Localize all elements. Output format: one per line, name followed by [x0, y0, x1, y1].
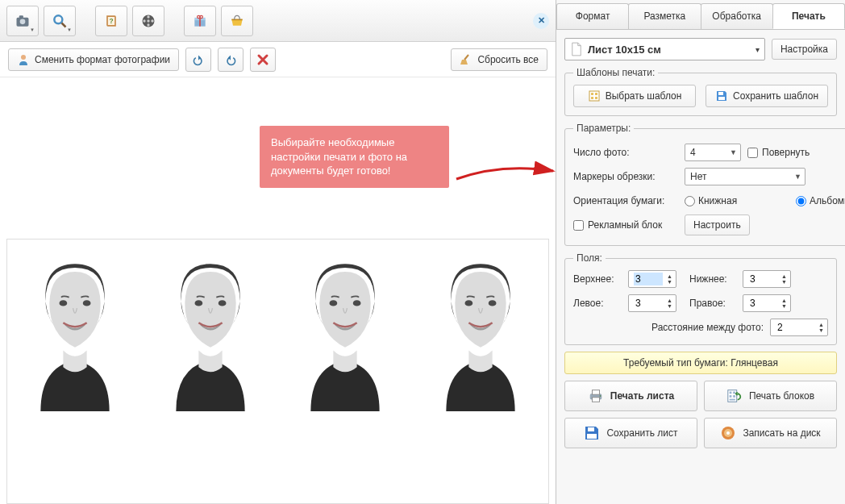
- preview-photo: [150, 254, 271, 411]
- templates-legend: Шаблоны печати:: [573, 67, 658, 78]
- svg-point-27: [330, 300, 338, 306]
- tab-layout[interactable]: Разметка: [628, 3, 701, 29]
- ad-block-checkbox-input[interactable]: [573, 220, 584, 231]
- margin-bottom-label: Нижнее:: [689, 273, 738, 285]
- crop-markers-select[interactable]: Нет ▼: [685, 168, 805, 185]
- rotate-left-button[interactable]: [185, 48, 211, 72]
- preview-photo: [420, 254, 541, 411]
- rotate-checkbox[interactable]: Повернуть: [747, 147, 845, 158]
- chevron-down-icon: ▼: [67, 27, 72, 32]
- toolbar-help-button[interactable]: ?: [95, 6, 127, 36]
- gift-box-icon: [192, 13, 208, 29]
- svg-rect-36: [595, 97, 597, 99]
- book-help-icon: ?: [103, 13, 119, 29]
- disc-icon: [720, 425, 736, 441]
- panel-close-button[interactable]: ✕: [533, 13, 549, 29]
- svg-point-25: [218, 300, 226, 306]
- orientation-landscape-radio[interactable]: Альбомная: [796, 195, 845, 206]
- margin-left-input[interactable]: ▲▼: [628, 294, 676, 312]
- floppy-icon: [584, 425, 600, 441]
- save-icon: [715, 90, 728, 102]
- reset-all-button[interactable]: Сбросить все: [451, 48, 547, 71]
- orientation-portrait-radio[interactable]: Книжная: [685, 195, 789, 206]
- margin-left-label: Левое:: [573, 298, 623, 309]
- spinner-icon[interactable]: ▲▼: [781, 298, 787, 309]
- svg-rect-48: [730, 399, 735, 401]
- toolbar-camera-button[interactable]: ▼: [6, 6, 39, 36]
- sheet-settings-label: Настройка: [780, 44, 828, 55]
- svg-rect-44: [730, 392, 732, 394]
- action-buttons: Печать листа Печать блоков Сохранить лис…: [564, 381, 837, 448]
- photo-count-select[interactable]: 4 ▼: [685, 144, 741, 161]
- callout-area: Выбирайте необходимые настройки печати и…: [0, 77, 556, 239]
- rotate-checkbox-input[interactable]: [747, 148, 758, 158]
- save-template-label: Сохранить шаблон: [733, 90, 818, 102]
- crop-markers-label: Маркеры обрезки:: [573, 171, 678, 182]
- photo-spacing-field[interactable]: [776, 321, 805, 334]
- svg-rect-15: [199, 17, 201, 26]
- svg-point-30: [465, 300, 473, 306]
- save-sheet-button[interactable]: Сохранить лист: [564, 418, 697, 448]
- templates-group: Шаблоны печати: Выбрать шаблон Сохранить…: [564, 67, 837, 116]
- burn-disc-button[interactable]: Записать на диск: [704, 418, 837, 448]
- svg-point-9: [147, 15, 149, 18]
- svg-line-19: [464, 55, 468, 60]
- sub-toolbar: Сменить формат фотографии: [0, 42, 556, 77]
- tab-print[interactable]: Печать: [772, 3, 845, 29]
- rotate-right-button[interactable]: [218, 48, 244, 72]
- save-template-button[interactable]: Сохранить шаблон: [706, 85, 828, 107]
- photo-spacing-input[interactable]: ▲▼: [770, 319, 828, 336]
- print-sheet-label: Печать листа: [610, 390, 674, 402]
- svg-point-53: [726, 431, 730, 435]
- ad-block-checkbox[interactable]: Рекламный блок: [573, 219, 678, 231]
- sheet-size-select[interactable]: Лист 10х15 см ▾: [564, 38, 765, 60]
- svg-rect-2: [19, 15, 23, 18]
- reset-all-label: Сбросить все: [477, 54, 539, 65]
- choose-template-button[interactable]: Выбрать шаблон: [573, 85, 696, 107]
- toolbar-basket-button[interactable]: [221, 6, 253, 36]
- svg-rect-37: [718, 92, 723, 95]
- svg-rect-47: [733, 395, 735, 398]
- print-blocks-label: Печать блоков: [749, 390, 814, 402]
- margin-right-label: Правое:: [689, 298, 738, 309]
- spinner-icon[interactable]: ▲▼: [781, 273, 787, 285]
- delete-button[interactable]: [250, 48, 276, 72]
- svg-point-8: [147, 19, 149, 22]
- tab-processing[interactable]: Обработка: [701, 3, 773, 29]
- margin-right-input[interactable]: ▲▼: [743, 294, 791, 312]
- toolbar-search-button[interactable]: ▼: [44, 6, 76, 36]
- person-icon: [17, 53, 30, 66]
- toolbar-gift-button[interactable]: [184, 6, 216, 36]
- print-sheet-button[interactable]: Печать листа: [564, 381, 697, 411]
- change-format-button[interactable]: Сменить формат фотографии: [8, 48, 179, 71]
- sheet-settings-button[interactable]: Настройка: [772, 39, 837, 60]
- chevron-down-icon: ▼: [30, 27, 35, 32]
- toolbar-video-button[interactable]: [132, 6, 164, 36]
- tab-format[interactable]: Формат: [556, 3, 629, 29]
- margin-top-input[interactable]: ▲▼: [628, 270, 676, 288]
- margin-left-field[interactable]: [634, 297, 663, 310]
- margin-right-field[interactable]: [748, 297, 777, 310]
- margin-top-field[interactable]: [634, 273, 663, 285]
- spinner-icon[interactable]: ▲▼: [818, 322, 824, 333]
- svg-rect-35: [591, 97, 593, 99]
- chevron-down-icon: ▼: [730, 148, 737, 156]
- ad-configure-button[interactable]: Настроить: [685, 215, 750, 235]
- orientation-portrait-input[interactable]: [685, 196, 695, 206]
- basket-icon: [229, 13, 245, 29]
- orientation-landscape-input[interactable]: [796, 196, 806, 206]
- chevron-down-icon: ▼: [794, 173, 801, 181]
- photo-spacing-label: Расстояние между фото:: [651, 322, 764, 333]
- save-sheet-label: Сохранить лист: [606, 427, 677, 439]
- svg-point-28: [353, 300, 361, 306]
- svg-rect-40: [592, 390, 599, 394]
- margin-bottom-field[interactable]: [748, 273, 777, 285]
- svg-point-42: [599, 395, 601, 397]
- margin-bottom-input[interactable]: ▲▼: [743, 270, 791, 288]
- spinner-icon[interactable]: ▲▼: [667, 273, 672, 285]
- spinner-icon[interactable]: ▲▼: [667, 298, 672, 309]
- svg-point-12: [151, 19, 153, 22]
- print-blocks-button[interactable]: Печать блоков: [704, 381, 837, 411]
- burn-disc-label: Записать на диск: [743, 427, 820, 439]
- sheet-size-label: Лист 10х15 см: [588, 44, 661, 56]
